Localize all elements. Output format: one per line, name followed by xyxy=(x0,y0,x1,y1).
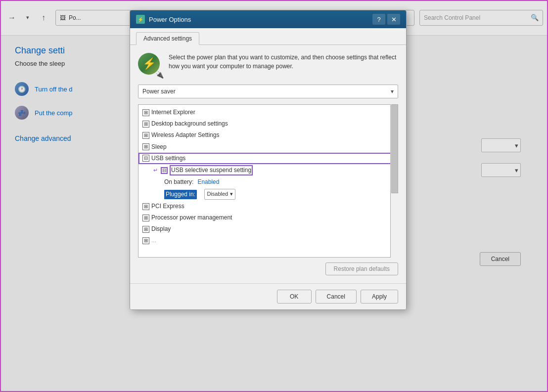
tree-label-pci: PCI Express xyxy=(151,202,184,211)
power-options-dialog: ⚡ Power Options ? ✕ Advanced settings 🔌 … xyxy=(130,10,407,310)
tree-item-plugged-in[interactable]: Plugged in: Disabled ▾ xyxy=(138,188,398,201)
power-plan-selected-value: Power saver xyxy=(142,88,176,95)
tree-label-display: Display xyxy=(151,224,171,234)
dialog-title-buttons: ? ✕ xyxy=(372,14,400,25)
plugged-in-value: Disabled xyxy=(207,190,228,199)
dialog-title-power-icon: ⚡ xyxy=(136,15,145,24)
on-battery-value: Enabled xyxy=(197,177,219,187)
tree-label-desktop: Desktop background settings xyxy=(151,119,228,129)
tree-label-on-battery: On battery: xyxy=(164,177,193,187)
dialog-body: 🔌 Select the power plan that you want to… xyxy=(130,45,406,283)
tree-expander-usb[interactable]: ⊟ xyxy=(142,155,149,162)
tree-label-usb-suspend: USB selective suspend setting xyxy=(170,165,253,175)
chevron-down-icon: ▾ xyxy=(230,190,233,199)
tree-label-processor: Processor power management xyxy=(151,213,232,222)
tree-expander-usb-suspend[interactable]: ⊟ xyxy=(161,167,168,174)
dialog-description-section: 🔌 Select the power plan that you want to… xyxy=(138,53,398,77)
tree-item-pci-express[interactable]: ⊞ PCI Express xyxy=(138,201,398,212)
plugged-in-spacer xyxy=(201,190,202,199)
dialog-close-button[interactable]: ✕ xyxy=(387,14,400,25)
tree-expander-more[interactable]: ⊞ xyxy=(142,237,149,244)
tree-scrollbar[interactable] xyxy=(390,104,398,258)
chevron-down-icon: ▾ xyxy=(391,88,394,95)
tree-item-internet-explorer[interactable]: ⊞ Internet Explorer xyxy=(138,107,398,118)
tree-item-display[interactable]: ⊞ Display xyxy=(138,223,398,235)
tree-item-desktop-bg[interactable]: ⊞ Desktop background settings xyxy=(138,118,398,130)
tree-item-more[interactable]: ⊞ ... xyxy=(138,235,398,246)
tree-label-sleep: Sleep xyxy=(151,142,167,152)
tree-view[interactable]: ⊞ Internet Explorer ⊞ Desktop background… xyxy=(138,104,398,258)
apply-button[interactable]: Apply xyxy=(361,290,398,304)
plug-icon: 🔌 xyxy=(155,71,164,79)
tree-item-usb-suspend[interactable]: ↵ ⊟ USB selective suspend setting xyxy=(138,164,398,176)
tree-item-on-battery[interactable]: On battery: Enabled xyxy=(138,176,398,188)
tree-item-usb-settings[interactable]: ⊟ USB settings xyxy=(138,153,398,164)
plugged-in-label: Plugged in: xyxy=(164,190,197,199)
tree-expander-pci[interactable]: ⊞ xyxy=(142,203,149,210)
cancel-button[interactable]: Cancel xyxy=(316,290,357,304)
dialog-description-text: Select the power plan that you want to c… xyxy=(169,53,398,71)
tree-label-usb-settings: USB settings xyxy=(151,154,185,163)
tree-wrapper: ⊞ Internet Explorer ⊞ Desktop background… xyxy=(138,104,398,258)
scrollbar-thumb[interactable] xyxy=(391,104,398,193)
dialog-titlebar: ⚡ Power Options ? ✕ xyxy=(130,10,406,28)
dialog-help-button[interactable]: ? xyxy=(372,14,385,25)
tree-expander-desktop[interactable]: ⊞ xyxy=(142,121,149,128)
restore-btn-area: Restore plan defaults xyxy=(138,262,398,275)
tree-arrow-icon: ↵ xyxy=(153,166,158,175)
restore-plan-defaults-button[interactable]: Restore plan defaults xyxy=(325,262,398,275)
dialog-tabs: Advanced settings xyxy=(130,28,406,45)
dialog-footer: OK Cancel Apply xyxy=(130,283,406,309)
power-plan-icon: 🔌 xyxy=(138,53,162,77)
tree-label-more: ... xyxy=(151,236,156,245)
tab-advanced-settings[interactable]: Advanced settings xyxy=(136,32,199,45)
dialog-title-text: Power Options xyxy=(149,16,368,23)
tree-expander-display[interactable]: ⊞ xyxy=(142,226,149,233)
svg-text:⚡: ⚡ xyxy=(137,16,144,23)
tree-item-sleep[interactable]: ⊞ Sleep xyxy=(138,141,398,153)
tree-item-wireless[interactable]: ⊞ Wireless Adapter Settings xyxy=(138,130,398,141)
tree-expander-ie[interactable]: ⊞ xyxy=(142,109,149,116)
tree-item-processor[interactable]: ⊞ Processor power management xyxy=(138,212,398,223)
tree-expander-processor[interactable]: ⊞ xyxy=(142,215,149,221)
tree-expander-sleep[interactable]: ⊞ xyxy=(142,143,149,150)
tree-label-wireless: Wireless Adapter Settings xyxy=(151,131,219,140)
power-plan-dropdown[interactable]: Power saver ▾ xyxy=(138,85,398,98)
plugged-in-dropdown[interactable]: Disabled ▾ xyxy=(204,189,235,200)
ok-button[interactable]: OK xyxy=(277,290,312,304)
tree-label-ie: Internet Explorer xyxy=(151,108,195,117)
tree-expander-wireless[interactable]: ⊞ xyxy=(142,132,149,139)
